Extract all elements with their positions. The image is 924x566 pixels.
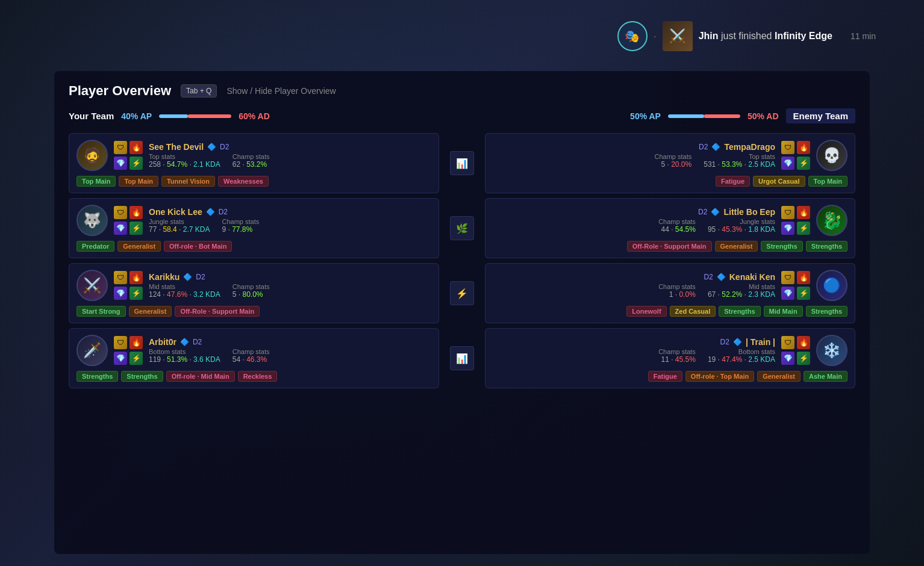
item-icon-e3-2: 🔥 xyxy=(797,271,810,284)
item-icon-2-3: 💎 xyxy=(114,222,127,235)
enemy-stat-values-2a: 44 · 54.5% xyxy=(658,225,696,234)
player-name-2: One Kick Lee xyxy=(149,207,202,217)
enemy-card-kenaki-ken: 🔵 🛡 🔥 💎 ⚡ D2 � xyxy=(485,263,855,323)
enemy-team-bar-graphic xyxy=(668,114,740,118)
enemy-stat-values-3a: 1 · 0.0% xyxy=(658,290,696,299)
tag-top-main-2: Top Main xyxy=(119,176,158,187)
tag-off-role-support-e2: Off-Role · Support Main xyxy=(627,241,712,252)
avatar-train: ❄️ xyxy=(816,335,848,366)
item-icon-e2-2: 🔥 xyxy=(797,206,810,219)
rank-icon-4: 🔷 xyxy=(180,338,189,346)
players-grid: 🧔 🛡 🔥 💎 ⚡ See The Devil xyxy=(69,133,855,388)
page-title: Player Overview xyxy=(69,83,171,99)
avatar-little-bo-eep: 🐉 xyxy=(816,205,848,236)
enemy-stat-label-1a: Champ stats xyxy=(654,153,691,160)
enemy-rank-text-3: D2 xyxy=(704,273,713,281)
enemy-rank-text-4: D2 xyxy=(720,338,729,346)
enemy-rank-icon-4: 🔷 xyxy=(733,338,742,346)
stat-values-3b: 5 · 80.0% xyxy=(233,290,270,299)
card-icons-e1: 🛡 🔥 💎 ⚡ xyxy=(781,141,810,170)
your-team-column: 🧔 🛡 🔥 💎 ⚡ See The Devil xyxy=(69,133,439,388)
enemy-stat-values-1a: 5 · 20.0% xyxy=(654,160,691,169)
mid-icon-4: 📊 xyxy=(450,346,474,370)
tag-predator: Predator xyxy=(76,241,114,252)
item-icon-e2-3: 💎 xyxy=(781,222,794,235)
player-name-3: Karikku xyxy=(149,272,179,282)
enemy-stat-values-4a: 11 · 45.5% xyxy=(658,355,696,364)
tag-generalist-e4: Generalist xyxy=(757,371,801,382)
tag-generalist-e2: Generalist xyxy=(715,241,758,252)
your-team-ad: 60% AD xyxy=(239,111,270,121)
item-icon-e1-2: 🔥 xyxy=(797,141,810,154)
notif-time: 11 min xyxy=(851,31,876,41)
rank-icon-3: 🔷 xyxy=(183,273,192,281)
tag-off-role-mid: Off-role · Mid Main xyxy=(166,371,235,382)
item-icon-2: 🔥 xyxy=(130,141,143,154)
enemy-stat-label-3a: Champ stats xyxy=(658,283,696,290)
tag-weaknesses: Weaknesses xyxy=(218,176,269,187)
enemy-card-info-1: D2 🔷 TempaDrago Champ stats 5 · 20.0% xyxy=(493,142,775,169)
enemy-stat-values-4b: 19 · 47.4% · 2.5 KDA xyxy=(708,355,775,364)
player-card-see-the-devil: 🧔 🛡 🔥 💎 ⚡ See The Devil xyxy=(69,133,439,193)
enemy-name-4: | Train | xyxy=(746,337,775,347)
stat-values-2b: 9 · 77.8% xyxy=(222,225,259,234)
enemy-team-label: Enemy Team xyxy=(786,108,855,123)
enemy-card-train: ❄️ 🛡 🔥 💎 ⚡ D2 � xyxy=(485,328,855,388)
notif-champ-circle: 🎭 xyxy=(617,21,648,51)
enemy-tags-row-1: Fatigue Urgot Casual Top Main xyxy=(493,176,848,187)
item-icon-4-2: 🔥 xyxy=(130,336,143,349)
item-icon-e1-1: 🛡 xyxy=(781,141,794,154)
tag-top-main-e1: Top Main xyxy=(808,176,848,187)
stat-values-2a: 77 · 58.4 · 2.7 KDA xyxy=(149,225,210,234)
stat-label-2a: Jungle stats xyxy=(149,218,210,225)
enemy-name-3: Kenaki Ken xyxy=(729,272,775,282)
tag-top-main-1: Top Main xyxy=(76,176,116,187)
item-icon-e3-3: 💎 xyxy=(781,287,794,300)
tag-off-role-support: Off-Role · Support Main xyxy=(175,306,260,317)
tag-reckless: Reckless xyxy=(238,371,278,382)
your-team-label: Your Team xyxy=(69,111,114,121)
enemy-stat-label-3b: Mid stats xyxy=(708,283,775,290)
item-icon-4: ⚡ xyxy=(130,157,143,170)
item-icon-e2-1: 🛡 xyxy=(781,206,794,219)
rank-icon-1: 🔷 xyxy=(207,143,216,151)
team-bar: Your Team 40% AP 60% AD 50% AP 50% AD En… xyxy=(69,108,855,123)
stat-label-4b: Champ stats xyxy=(233,348,270,355)
tag-zed-casual: Zed Casual xyxy=(670,306,716,317)
stat-values-3a: 124 · 47.6% · 3.2 KDA xyxy=(149,290,220,299)
item-icon-4-3: 💎 xyxy=(114,352,127,365)
enemy-rank-icon-1: 🔷 xyxy=(711,143,720,151)
middle-column: 📊 🌿 ⚡ 📊 xyxy=(444,133,480,388)
enemy-tags-row-3: Lonewolf Zed Casual Strengths Mid Main S… xyxy=(493,306,848,317)
show-hide-label: Show / Hide Player Overview xyxy=(226,86,336,96)
stat-values-4a: 119 · 51.3% · 3.6 KDA xyxy=(149,355,220,364)
your-team-bar: Your Team 40% AP 60% AD xyxy=(69,111,270,121)
player-name-1: See The Devil xyxy=(149,142,204,152)
item-icon-e2-4: ⚡ xyxy=(797,222,810,235)
card-info-4: Arbit0r 🔷 D2 Bottom stats 119 · 51.3% · … xyxy=(149,337,431,364)
tag-lonewolf: Lonewolf xyxy=(626,306,666,317)
tag-strengths-e2b: Strengths xyxy=(806,241,848,252)
item-icon-e4-1: 🛡 xyxy=(781,336,794,349)
avatar-tempadrago: 💀 xyxy=(816,140,848,171)
enemy-team-ap: 50% AP xyxy=(630,111,661,121)
stat-label-4a: Bottom stats xyxy=(149,348,220,355)
player-overview-panel: Player Overview Tab + Q Show / Hide Play… xyxy=(54,71,870,554)
avatar-karikku: ⚔️ xyxy=(76,270,108,301)
hotkey-badge: Tab + Q xyxy=(181,84,217,98)
tag-off-role-top: Off-role · Top Main xyxy=(685,371,754,382)
enemy-card-little-bo-eep: 🐉 🛡 🔥 💎 ⚡ D2 � xyxy=(485,198,855,258)
stat-label-1a: Top stats xyxy=(149,153,220,160)
card-icons-e4: 🛡 🔥 💎 ⚡ xyxy=(781,336,810,365)
panel-header: Player Overview Tab + Q Show / Hide Play… xyxy=(69,83,855,99)
avatar-kenaki-ken: 🔵 xyxy=(816,270,848,301)
item-icon-2-1: 🛡 xyxy=(114,206,127,219)
notif-item-img: ⚔️ xyxy=(663,21,693,51)
tag-fatigue-4: Fatigue xyxy=(648,371,682,382)
item-icon-2-2: 🔥 xyxy=(130,206,143,219)
rank-text-3: D2 xyxy=(196,273,205,281)
notification-bar: 🎭 · ⚔️ Jhin just finished Infinity Edge … xyxy=(617,21,876,51)
rank-text-1: D2 xyxy=(220,143,229,151)
tag-tunnel-vision: Tunnel Vision xyxy=(161,176,215,187)
enemy-stat-values-2b: 95 · 45.3% · 1.8 KDA xyxy=(708,225,775,234)
